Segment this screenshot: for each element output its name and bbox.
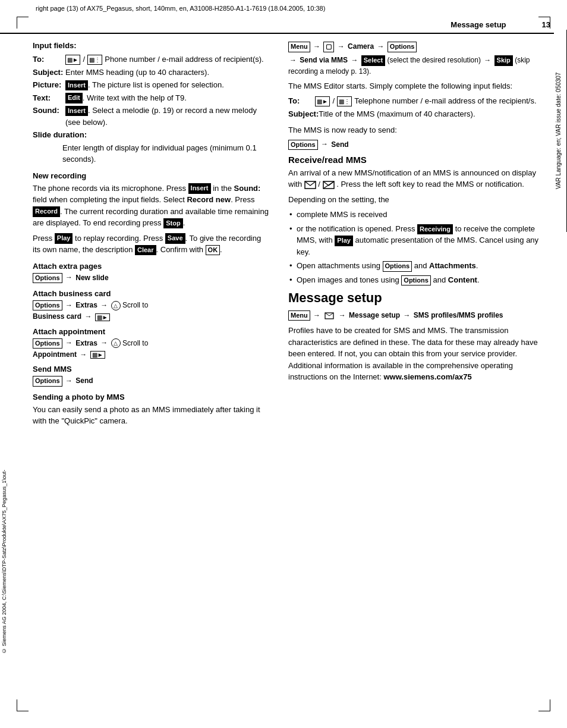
menu-btn-ms[interactable]: Menu xyxy=(288,310,310,321)
ready-nav: Options → Send xyxy=(288,140,550,150)
new-recording-heading: New recording xyxy=(33,171,270,180)
receiving-btn[interactable]: Receiving xyxy=(417,224,453,234)
record-btn[interactable]: Record xyxy=(33,206,60,216)
extras-label-appt: Extras xyxy=(75,338,97,347)
skip-btn[interactable]: Skip xyxy=(494,55,513,65)
field-row-subject: Subject: Enter MMS heading (up to 40 cha… xyxy=(33,67,270,79)
attachments-label: Attachments xyxy=(429,261,476,270)
send-mms-heading: Send MMS xyxy=(33,365,270,374)
envelope-icon-left xyxy=(304,181,316,189)
left-column: Input fields: To: ▩► / ▩⋮ Phone number /… xyxy=(33,41,282,431)
right-field-content-subject: Title of the MMS (maximum of 40 characte… xyxy=(319,108,550,120)
bullet-2: or the notification is opened. Press Rec… xyxy=(288,223,550,258)
options-btn-top[interactable]: Options xyxy=(388,42,417,52)
arrow-1: → xyxy=(65,273,73,281)
arrow-ms1: → xyxy=(313,311,320,319)
field-row-sound: Sound: Insert. Select a melodie (p. 19) … xyxy=(33,105,270,128)
right-field-label-to: To: xyxy=(288,95,315,107)
phone-icon-2: ▩⋮ xyxy=(87,55,102,65)
attach-extra-heading: Attach extra pages xyxy=(33,262,270,271)
arrow-8: → xyxy=(65,376,73,385)
options-btn-send[interactable]: Options xyxy=(33,376,62,386)
page-header: Message setup 13 xyxy=(0,14,567,34)
receive-read-heading: Receive/read MMS xyxy=(288,155,550,165)
scroll-to-biz: Scroll to xyxy=(122,301,148,309)
options-btn-biz[interactable]: Options xyxy=(33,300,62,310)
slide-indent-text: Enter length of display for individual p… xyxy=(62,142,270,165)
phone-icon-biz: ▩► xyxy=(95,313,110,321)
main-content: Input fields: To: ▩► / ▩⋮ Phone number /… xyxy=(0,41,567,431)
message-setup-big-heading: Message setup xyxy=(288,290,550,306)
meta-text: right page (13) of AX75_Pegasus, short, … xyxy=(36,5,325,12)
insert-btn-recording[interactable]: Insert xyxy=(188,183,211,193)
stop-btn[interactable]: Stop xyxy=(163,218,182,228)
arrow-r4: → xyxy=(289,56,297,64)
right-field-content-to: ▩► / ▩⋮ Telephone number / e-mail addres… xyxy=(315,95,550,107)
new-recording-para2: Press Play to replay recording. Press Sa… xyxy=(33,233,270,256)
options-btn-ready[interactable]: Options xyxy=(288,140,318,150)
record-new-label: Record new xyxy=(187,195,231,204)
camera-label: Camera xyxy=(348,42,374,51)
field-label-slide: Slide duration: xyxy=(33,129,87,141)
message-setup-text: Profiles have to be created for SMS and … xyxy=(288,325,550,383)
clear-btn[interactable]: Clear xyxy=(135,245,156,255)
left-side-label: © Siemens AG 2004, C:\Siemens\DTP-Satz\P… xyxy=(0,443,11,680)
options-btn-extra[interactable]: Options xyxy=(33,273,62,283)
arrow-ready: → xyxy=(321,140,328,148)
attach-appt-nav: Options → Extras → △ Scroll to xyxy=(33,338,270,349)
arrow-3: → xyxy=(100,301,108,309)
menu-btn[interactable]: Menu xyxy=(288,42,310,52)
top-meta: right page (13) of AX75_Pegasus, short, … xyxy=(0,0,567,14)
insert-btn-picture[interactable]: Insert xyxy=(65,80,88,90)
attach-biz-heading: Attach business card xyxy=(33,289,270,298)
arrow-r6: → xyxy=(484,56,491,64)
scroll-icon-appt: △ xyxy=(111,338,121,348)
play-btn-r[interactable]: Play xyxy=(335,236,353,246)
field-content-subject: Enter MMS heading (up to 40 characters). xyxy=(65,67,270,79)
arrow-r3: → xyxy=(377,42,384,51)
attach-appt-heading: Attach appointment xyxy=(33,327,270,336)
field-label-picture: Picture: xyxy=(33,79,65,91)
arrow-4: → xyxy=(84,312,92,321)
field-label-sound: Sound: xyxy=(33,105,65,117)
side-label-text: VAR Language: en; VAR issue date: 050307 xyxy=(555,73,562,189)
field-content-to: ▩► / ▩⋮ Phone number / e-mail address of… xyxy=(65,54,270,65)
fields-container: To: ▩► / ▩⋮ Phone number / e-mail addres… xyxy=(33,54,270,165)
field-label-subject: Subject: xyxy=(33,67,65,79)
right-fields: To: ▩► / ▩⋮ Telephone number / e-mail ad… xyxy=(288,95,550,120)
ok-btn[interactable]: OK xyxy=(206,245,220,255)
insert-btn-sound[interactable]: Insert xyxy=(65,106,88,116)
bullet-3: Open attachments using Options and Attac… xyxy=(288,260,550,272)
field-row-text: Text: Edit. Write text with the help of … xyxy=(33,92,270,104)
side-label: VAR Language: en; VAR issue date: 050307 xyxy=(554,30,567,232)
phone-icon-1: ▩► xyxy=(65,55,80,65)
sound-label: Sound: xyxy=(234,184,261,193)
field-row-slide: Slide duration: xyxy=(33,129,270,141)
options-btn-attach[interactable]: Options xyxy=(383,261,412,271)
corner-mark-br xyxy=(538,699,550,711)
arrow-ms2: → xyxy=(339,311,346,319)
options-btn-content[interactable]: Options xyxy=(401,275,431,285)
left-side-label-text: © Siemens AG 2004, C:\Siemens\DTP-Satz\P… xyxy=(1,469,7,653)
select-desc: (select the desired resolution) xyxy=(387,56,480,64)
send-mms-nav: Options → Send xyxy=(33,376,270,386)
right-field-label-subject: Subject: xyxy=(288,108,319,120)
select-btn[interactable]: Select xyxy=(361,55,385,65)
arrow-r5: → xyxy=(351,56,358,64)
corner-mark-bl xyxy=(17,699,29,711)
extras-label-biz: Extras xyxy=(75,301,97,309)
corner-mark-tr xyxy=(538,17,550,29)
edit-btn[interactable]: Edit xyxy=(65,93,83,103)
business-card-label: Business card xyxy=(33,312,81,321)
camera-square-btn: ▢ xyxy=(323,42,334,52)
send-label-ready: Send xyxy=(331,140,348,148)
play-btn[interactable]: Play xyxy=(55,233,73,243)
options-btn-appt[interactable]: Options xyxy=(33,338,62,349)
arrow-r2: → xyxy=(338,42,345,51)
corner-mark-tl xyxy=(17,17,29,29)
save-btn[interactable]: Save xyxy=(165,233,185,243)
input-fields-heading: Input fields: xyxy=(33,41,270,50)
send-photo-text: You can easily send a photo as an MMS im… xyxy=(33,404,270,427)
arrow-2: → xyxy=(65,301,73,309)
phone-icon-r2: ▩⋮ xyxy=(337,96,352,106)
